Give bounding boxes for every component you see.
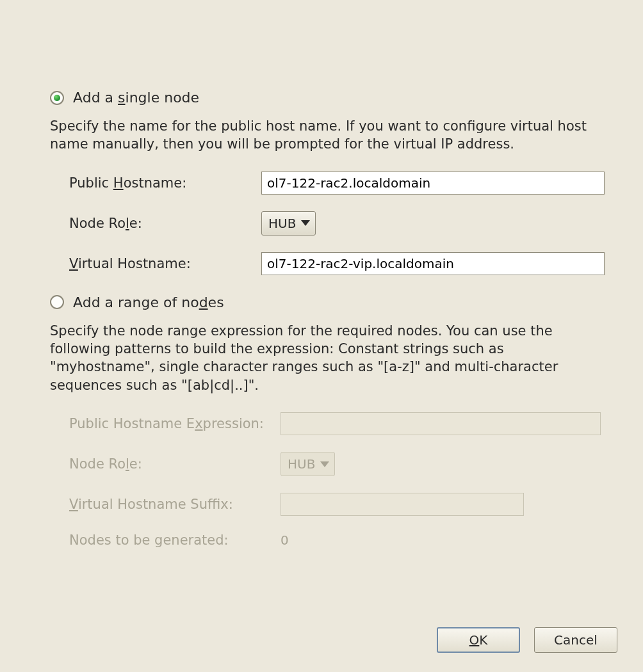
virtual-hostname-suffix-input: [281, 493, 524, 516]
virtual-hostname-suffix-row: Virtual Hostname Suffix:: [69, 493, 605, 516]
node-role-value: HUB: [268, 216, 296, 231]
radio-icon: [50, 295, 64, 309]
public-hostname-input[interactable]: [261, 172, 605, 195]
public-hostname-label: Public Hostname:: [69, 175, 261, 191]
public-hostname-expression-input: [281, 412, 601, 435]
radio-add-single-node[interactable]: Add a single node: [50, 90, 605, 106]
node-role-select[interactable]: HUB: [261, 211, 316, 236]
virtual-hostname-row: Virtual Hostname:: [69, 252, 605, 275]
nodes-generated-label: Nodes to be generated:: [69, 532, 281, 548]
range-node-role-label: Node Role:: [69, 456, 281, 472]
dialog-button-bar: OK Cancel: [437, 627, 617, 653]
radio-icon: [50, 91, 64, 105]
radio-add-single-node-label: Add a single node: [73, 90, 199, 106]
virtual-hostname-label: Virtual Hostname:: [69, 256, 261, 271]
public-hostname-row: Public Hostname:: [69, 172, 605, 195]
single-node-form: Public Hostname: Node Role: HUB Virtual …: [69, 172, 605, 275]
range-node-role-value: HUB: [288, 456, 315, 472]
node-role-label: Node Role:: [69, 216, 261, 231]
range-nodes-form: Public Hostname Expression: Node Role: H…: [69, 412, 605, 548]
range-node-role-row: Node Role: HUB: [69, 452, 605, 476]
cancel-button[interactable]: Cancel: [534, 627, 617, 653]
single-node-description: Specify the name for the public host nam…: [50, 117, 605, 154]
range-node-role-select: HUB: [281, 452, 335, 476]
nodes-generated-value: 0: [281, 532, 289, 548]
chevron-down-icon: [301, 220, 310, 226]
radio-add-range-nodes-label: Add a range of nodes: [73, 294, 224, 310]
ok-button[interactable]: OK: [437, 627, 520, 653]
nodes-generated-row: Nodes to be generated: 0: [69, 532, 605, 548]
public-hostname-expression-label: Public Hostname Expression:: [69, 416, 281, 431]
radio-add-range-nodes[interactable]: Add a range of nodes: [50, 294, 605, 310]
public-hostname-expression-row: Public Hostname Expression:: [69, 412, 605, 435]
virtual-hostname-suffix-label: Virtual Hostname Suffix:: [69, 497, 281, 512]
chevron-down-icon: [320, 461, 329, 467]
virtual-hostname-input[interactable]: [261, 252, 605, 275]
node-role-row: Node Role: HUB: [69, 211, 605, 236]
range-nodes-description: Specify the node range expression for th…: [50, 322, 605, 394]
add-node-dialog: Add a single node Specify the name for t…: [0, 0, 643, 672]
